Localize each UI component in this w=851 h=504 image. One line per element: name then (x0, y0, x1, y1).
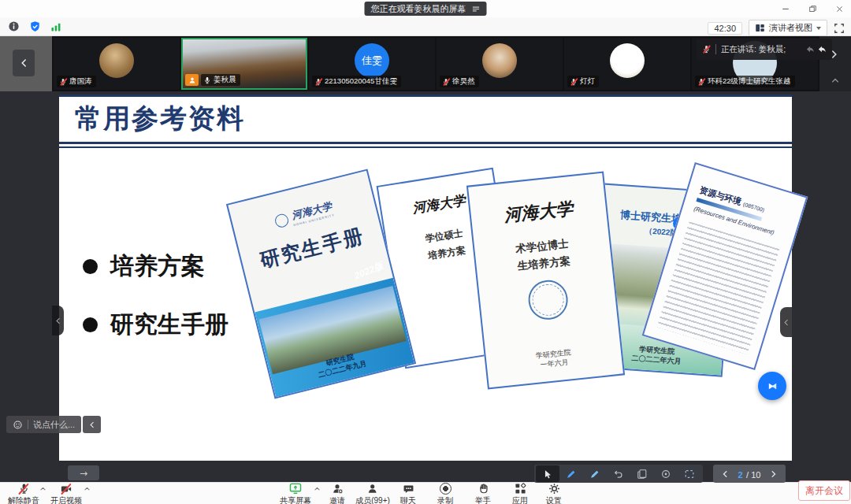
apps-icon (515, 483, 526, 495)
pen-icon (566, 469, 577, 480)
pen-tool-button[interactable] (559, 465, 583, 482)
participant-tile[interactable]: 灯灯 (564, 38, 690, 90)
divider (715, 44, 716, 54)
page-navigation: 2 / 10 (713, 465, 786, 483)
settings-label: 设置 (546, 495, 562, 504)
participant-tile[interactable]: 唐国涛 (54, 38, 180, 90)
laser-icon (660, 469, 671, 480)
menu-icon[interactable] (472, 5, 481, 13)
participant-nametag: 姜秋晨 (201, 74, 240, 86)
doc-code: (085700) (742, 201, 765, 213)
footer-line: 一年六月 (540, 358, 569, 369)
participant-nametag: 环科22级博士研究生张越 (695, 76, 795, 87)
reply-arrow-dim-icon[interactable] (805, 44, 815, 54)
share-options-chevron[interactable] (314, 485, 321, 492)
presentation-slide: 常用参考资料 培养方案 研究生手册 河海大学 学位硕士 培养方案 博士研究生培养… (59, 94, 792, 461)
participant-tile[interactable]: 姜秋晨 (181, 38, 307, 90)
raise-hand-button[interactable]: 举手 (475, 483, 491, 504)
participant-tile[interactable]: 佳雯 221305020045甘佳雯 (309, 38, 435, 90)
settings-button[interactable]: 设置 (546, 483, 562, 504)
smiley-icon[interactable] (13, 420, 23, 430)
raise-hand-icon (478, 483, 489, 495)
layout-icon (755, 23, 765, 33)
start-video-button[interactable]: 开启视频 (47, 483, 85, 504)
unmute-label: 解除静音 (8, 495, 39, 504)
select-area-tool-button[interactable] (678, 465, 701, 482)
avatar (482, 43, 517, 78)
signal-icon[interactable] (50, 20, 62, 32)
members-icon (367, 483, 379, 495)
pages-tool-button[interactable] (630, 465, 654, 482)
university-seal (526, 278, 570, 321)
university-logo-icon (273, 213, 290, 229)
members-button[interactable]: 成员(99+) (355, 483, 390, 504)
minimize-icon[interactable] (780, 3, 791, 14)
chat-icon (403, 483, 414, 495)
watching-banner-text: 您正在观看姜秋晨的屏幕 (371, 3, 466, 15)
meeting-window: 您正在观看姜秋晨的屏幕 (0, 0, 851, 504)
avatar (99, 43, 134, 78)
participant-name: 环科22级博士研究生张越 (708, 76, 791, 87)
record-icon (440, 483, 452, 495)
title-rule-thin (59, 146, 792, 148)
chat-input-placeholder[interactable]: 说点什么... (33, 419, 75, 431)
book-footer: 学研究生院 一年六月 (486, 343, 622, 376)
right-panel-handle[interactable] (780, 307, 792, 337)
jump-arrow-button[interactable]: → (68, 465, 99, 480)
video-options-chevron[interactable] (84, 485, 91, 492)
leave-meeting-button[interactable]: 离开会议 (798, 480, 850, 501)
highlighter-tool-button[interactable] (583, 465, 607, 482)
page-indicator: 2 / 10 (738, 467, 761, 481)
shared-screen-area: 常用参考资料 培养方案 研究生手册 河海大学 学位硕士 培养方案 博士研究生培养… (0, 91, 851, 482)
status-bar-right: 42:30 演讲者视图 (708, 20, 845, 36)
strip-scroll-left-button[interactable] (13, 50, 35, 76)
apps-button[interactable]: 应用 (512, 483, 528, 504)
left-panel-handle[interactable] (52, 306, 64, 335)
avatar (610, 43, 645, 78)
start-video-label: 开启视频 (50, 495, 82, 504)
avatar: 佳雯 (355, 43, 389, 78)
cursor-icon (542, 469, 553, 480)
speaking-banner-text: 正在讲话: 姜秋晨; (721, 44, 800, 55)
chat-input-collapsed[interactable]: 说点什么... (6, 416, 81, 433)
unmute-button[interactable]: 解除静音 (5, 483, 43, 504)
next-page-button[interactable] (769, 469, 779, 479)
restore-icon[interactable] (807, 3, 818, 14)
chat-label: 聊天 (400, 495, 416, 504)
share-screen-icon (289, 483, 302, 495)
assistant-fab-button[interactable] (758, 372, 786, 400)
slide-bullet: 培养方案 (83, 250, 205, 283)
strip-collapse-button[interactable] (831, 76, 840, 85)
record-button[interactable]: 录制 (437, 483, 453, 504)
mic-muted-icon (59, 78, 67, 86)
laser-tool-button[interactable] (654, 465, 678, 482)
mic-options-chevron[interactable] (39, 485, 46, 492)
chevron-left-icon (18, 57, 29, 69)
chat-collapse-button[interactable] (83, 416, 101, 433)
mic-muted-icon (18, 483, 30, 495)
participant-nametag: 灯灯 (567, 76, 599, 87)
participant-tile[interactable]: 徐昊然 (437, 38, 563, 90)
close-icon[interactable] (834, 3, 845, 14)
reply-arrow-icon[interactable] (816, 44, 827, 54)
participant-name: 灯灯 (580, 76, 595, 87)
chat-button[interactable]: 聊天 (400, 483, 416, 504)
share-screen-button[interactable]: 共享屏幕 (280, 483, 311, 504)
invite-label: 邀请 (329, 495, 345, 504)
settings-icon (548, 483, 560, 495)
shield-icon[interactable] (29, 20, 41, 32)
prev-page-button[interactable] (720, 469, 730, 479)
speaking-banner: 正在讲话: 姜秋晨; (697, 39, 832, 60)
invite-button[interactable]: 邀请 (329, 483, 345, 504)
fab-icon (766, 380, 779, 393)
cursor-tool-button[interactable] (536, 465, 559, 482)
info-icon[interactable] (8, 20, 20, 32)
bottom-toolbar (0, 482, 851, 504)
share-screen-label: 共享屏幕 (280, 495, 311, 504)
watching-banner: 您正在观看姜秋晨的屏幕 (365, 2, 487, 16)
participant-name: 221305020045甘佳雯 (325, 76, 397, 87)
fullscreen-icon[interactable] (834, 23, 845, 34)
view-mode-selector[interactable]: 演讲者视图 (749, 20, 827, 36)
undo-button[interactable] (607, 465, 630, 482)
screen-share-badge-icon (185, 74, 199, 86)
